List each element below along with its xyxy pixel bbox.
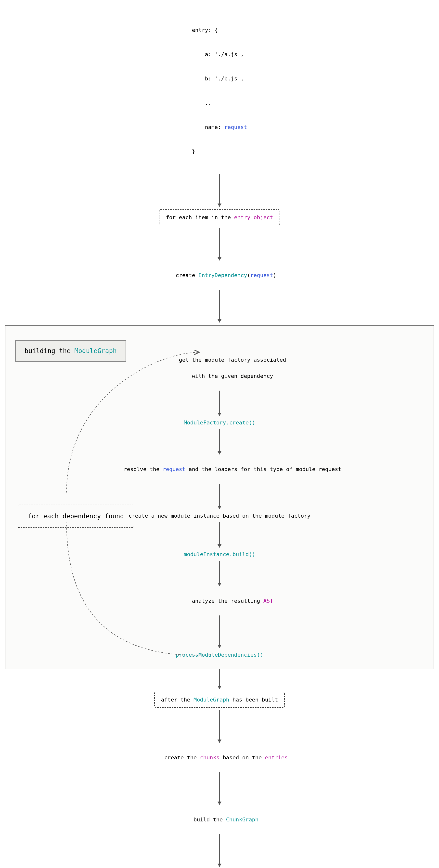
arrow-down-icon bbox=[218, 228, 221, 261]
module-graph-keyword: ModuleGraph bbox=[193, 696, 229, 703]
build-chunk-graph-step: build the ChunkGraph bbox=[181, 807, 258, 832]
create-entry-dependency-step: create EntryDependency(request) bbox=[163, 263, 276, 287]
arrow-down-icon bbox=[218, 429, 221, 455]
for-each-entry-step: for each item in the entry object bbox=[159, 209, 280, 225]
arrow-down-icon bbox=[218, 522, 221, 548]
request-arg: request bbox=[250, 272, 273, 278]
arrow-down-icon bbox=[218, 669, 221, 689]
for-each-dependency-label: for each dependency found bbox=[18, 505, 134, 528]
code-line: a: './a.js', bbox=[192, 50, 247, 58]
arrow-down-icon bbox=[218, 615, 221, 648]
code-line: ... bbox=[192, 99, 247, 107]
code-line: name: request bbox=[192, 123, 247, 131]
arrow-down-icon bbox=[218, 290, 221, 323]
create-module-instance-step: create a new module instance based on th… bbox=[128, 512, 311, 520]
arrow-down-icon bbox=[218, 484, 221, 509]
code-line: entry: { bbox=[192, 26, 247, 34]
code-line: b: './b.js', bbox=[192, 74, 247, 83]
module-graph-keyword: ModuleGraph bbox=[74, 347, 117, 354]
chunks-keyword: chunks bbox=[200, 754, 220, 761]
code-line: } bbox=[192, 147, 247, 155]
entries-keyword: entries bbox=[265, 754, 288, 761]
analyze-ast-step: analyze the resulting AST bbox=[166, 589, 273, 613]
request-keyword: request bbox=[224, 124, 247, 130]
arrow-down-icon bbox=[218, 772, 221, 805]
arrow-down-icon bbox=[218, 391, 221, 416]
module-graph-box: building the ModuleGraph for each depend… bbox=[5, 325, 434, 669]
ast-keyword: AST bbox=[263, 598, 273, 604]
arrow-down-icon bbox=[218, 174, 221, 207]
process-module-dependencies-step: processModuleDependencies() bbox=[176, 651, 263, 659]
resolve-request-step: resolve the request and the loaders for … bbox=[98, 457, 341, 481]
entry-object-keyword: entry object bbox=[234, 214, 273, 220]
create-chunks-step: create the chunks based on the entries bbox=[151, 745, 288, 770]
module-factory-create-step: ModuleFactory.create() bbox=[184, 418, 255, 427]
chunk-graph-keyword: ChunkGraph bbox=[226, 816, 258, 823]
entry-code-block: entry: { a: './a.js', b: './b.js', ... n… bbox=[192, 10, 247, 172]
module-graph-title: building the ModuleGraph bbox=[15, 340, 126, 362]
arrow-down-icon bbox=[218, 834, 221, 867]
get-module-factory-step: get the module factory associated with t… bbox=[153, 348, 286, 388]
after-module-graph-built-step: after the ModuleGraph has been built bbox=[154, 692, 285, 708]
module-instance-build-step: moduleInstance.build() bbox=[184, 550, 255, 558]
arrow-down-icon bbox=[218, 710, 221, 743]
entry-dependency-class: EntryDependency bbox=[198, 272, 247, 278]
request-keyword: request bbox=[163, 466, 185, 472]
arrow-down-icon bbox=[218, 561, 221, 586]
